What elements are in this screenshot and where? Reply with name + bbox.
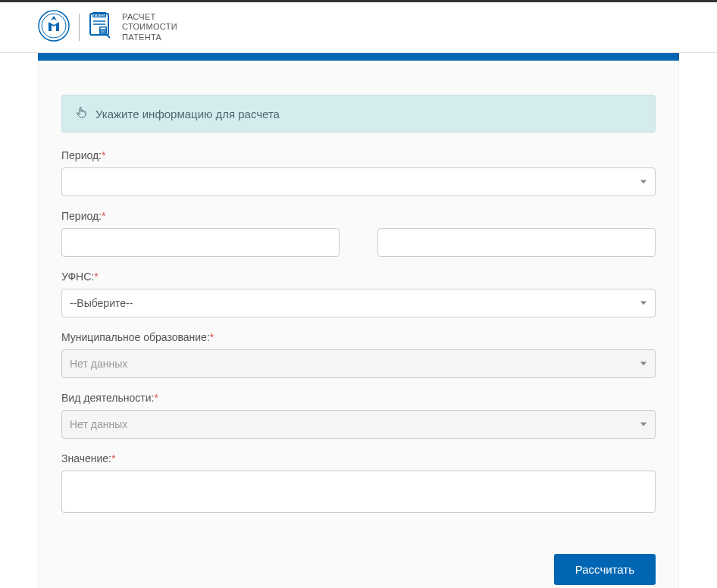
field-municipality: Муниципальное образование:* Нет данных xyxy=(61,331,656,378)
svg-text:ПАТЕНТ: ПАТЕНТ xyxy=(93,14,106,17)
field-value: Значение:* xyxy=(61,452,656,516)
svg-point-14 xyxy=(105,33,106,34)
pointer-icon xyxy=(76,106,88,121)
form-card: Укажите информацию для расчета Период:* … xyxy=(38,61,679,588)
emblem-logo xyxy=(38,10,70,45)
select-ufns[interactable]: --Выберите-- xyxy=(61,289,656,317)
label-period2: Период:* xyxy=(61,210,656,222)
header-title-line3: ПАТЕНТА xyxy=(122,33,177,42)
input-period2-to[interactable] xyxy=(377,228,656,257)
svg-point-11 xyxy=(105,30,106,32)
select-municipality[interactable]: Нет данных xyxy=(61,349,656,378)
select-activity[interactable]: Нет данных xyxy=(61,410,656,439)
accent-bar xyxy=(38,53,679,61)
input-period2-from[interactable] xyxy=(61,228,340,257)
button-row: Рассчитать xyxy=(61,554,656,585)
label-municipality: Муниципальное образование:* xyxy=(61,331,656,343)
svg-point-12 xyxy=(101,33,102,34)
logo-divider xyxy=(79,14,80,41)
svg-point-9 xyxy=(101,30,102,32)
label-activity: Вид деятельности:* xyxy=(61,392,656,404)
field-activity: Вид деятельности:* Нет данных xyxy=(61,392,656,439)
info-banner: Укажите информацию для расчета xyxy=(61,95,656,133)
header-title-line2: СТОИМОСТИ xyxy=(122,22,177,32)
svg-rect-8 xyxy=(101,28,106,30)
calculate-button[interactable]: Рассчитать xyxy=(554,554,656,585)
info-banner-text: Укажите информацию для расчета xyxy=(95,108,280,120)
main-content: Укажите информацию для расчета Период:* … xyxy=(0,53,717,588)
svg-point-10 xyxy=(102,30,104,32)
patent-icon: ПАТЕНТ xyxy=(89,12,113,42)
label-value: Значение:* xyxy=(61,452,656,464)
header-title-line1: РАСЧЕТ xyxy=(122,12,177,22)
header: ПАТЕНТ РАСЧЕТ СТОИМОСТИ ПАТЕНТА xyxy=(0,2,717,53)
svg-point-13 xyxy=(102,33,104,34)
label-period1: Период:* xyxy=(61,149,656,161)
input-value[interactable] xyxy=(61,471,656,513)
field-period2: Период:* xyxy=(61,210,656,257)
header-title: РАСЧЕТ СТОИМОСТИ ПАТЕНТА xyxy=(122,12,177,42)
label-ufns: УФНС:* xyxy=(61,271,656,283)
field-ufns: УФНС:* --Выберите-- xyxy=(61,271,656,317)
select-period1[interactable] xyxy=(61,167,656,196)
field-period1: Период:* xyxy=(61,149,656,196)
